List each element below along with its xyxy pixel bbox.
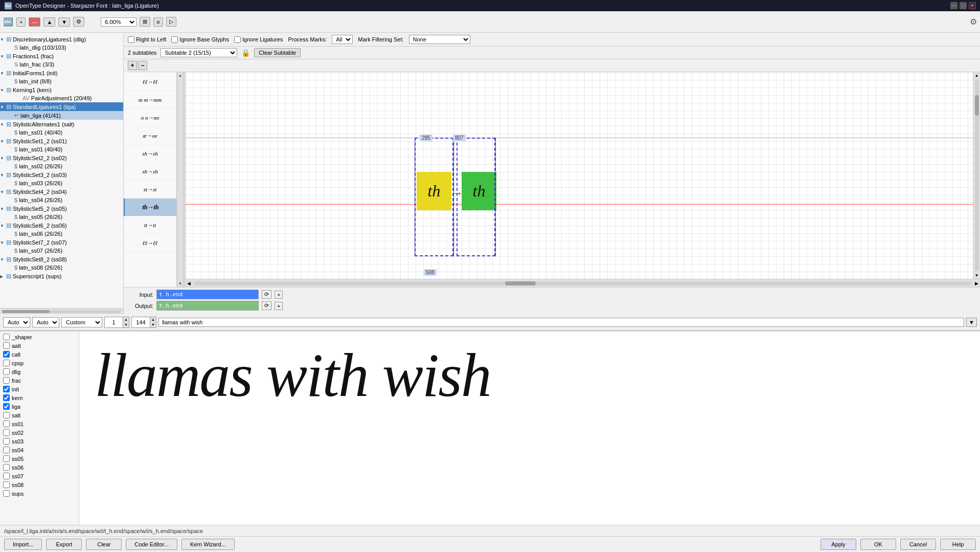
code-editor-button[interactable]: Code Editor... — [126, 539, 177, 550]
mark-filtering-select[interactable]: None — [409, 35, 470, 44]
glyph-item-7[interactable]: th→th — [124, 198, 176, 216]
feature-kern[interactable]: kern — [0, 393, 79, 402]
tree-item-salt[interactable]: ▤ StylisticAlternates1 (salt) — [0, 120, 123, 128]
tree-item-latn-ss08[interactable]: $ latn_ss08 (26/26) — [0, 263, 123, 272]
tree-item-latn-ss03[interactable]: $ latn_ss03 (26/26) — [0, 179, 123, 187]
glyph-item-9[interactable]: ℓℓ→ℓℓ — [124, 234, 176, 252]
minimize-button[interactable]: — — [950, 2, 958, 9]
grid-toggle[interactable]: ≡ — [153, 17, 163, 27]
ignore-base-glyphs-checkbox[interactable]: Ignore Base Glyphs — [171, 36, 229, 43]
tree-item-ss07[interactable]: ▤ StylisticSet7_2 (ss07) — [0, 238, 123, 247]
preview-dropdown[interactable]: ▼ — [966, 318, 977, 327]
import-button[interactable]: Import... — [4, 539, 42, 550]
ignore-ligatures-input[interactable] — [234, 36, 241, 43]
feature-aalt-checkbox[interactable] — [3, 342, 10, 349]
tree-item-latn-ss01-salt[interactable]: $ latn_ss01 (40/40) — [0, 128, 123, 137]
apply-button[interactable]: Apply — [821, 539, 856, 550]
hscroll-left-arrow[interactable]: ◀ — [186, 281, 192, 286]
glyph-list-scrollbar[interactable]: ▲ ▼ — [177, 72, 183, 287]
glyph-item-6[interactable]: st→st — [124, 181, 176, 198]
custom-select[interactable]: Custom — [61, 317, 102, 327]
tree-item-ss06[interactable]: ▤ StylisticSet6_2 (ss06) — [0, 221, 123, 230]
subtable-select[interactable]: Subtable 2 (15/15) — [161, 48, 237, 57]
maximize-button[interactable]: □ — [960, 2, 967, 9]
feature-ss03-checkbox[interactable] — [3, 438, 10, 445]
tree-item-latn-ss04[interactable]: $ latn_ss04 (26/26) — [0, 196, 123, 204]
feature-ss08[interactable]: ss08 — [0, 480, 79, 489]
feature-calt-checkbox[interactable] — [3, 351, 10, 358]
tree-item-pair-adj[interactable]: AV PairAdjustment1 (20/49) — [0, 94, 123, 102]
process-marks-select[interactable]: All — [332, 35, 353, 44]
output-field[interactable] — [156, 301, 259, 311]
glyph-item-2[interactable]: n n→nn — [124, 109, 176, 127]
feature-liga[interactable]: liga — [0, 402, 79, 411]
glyph-item-5[interactable]: sh→sh — [124, 163, 176, 181]
ok-button[interactable]: OK — [860, 539, 896, 550]
remove-subtable-button[interactable]: − — [138, 61, 147, 70]
clear-subtable-button[interactable]: Clear Subtable — [254, 48, 301, 57]
input-add-button[interactable]: + — [275, 291, 283, 299]
spin-up-2[interactable]: ▲ — [150, 317, 156, 322]
tree-item-init[interactable]: ▤ InitialForms1 (init) — [0, 69, 123, 77]
zoom-tool[interactable]: ⊞ — [140, 17, 150, 27]
hscroll-thumb[interactable] — [505, 281, 536, 285]
input-field[interactable] — [156, 290, 259, 299]
vscroll-up-arrow[interactable]: ▲ — [975, 72, 979, 79]
feature-frac[interactable]: frac — [0, 376, 79, 385]
add-subtable-button[interactable]: + — [128, 61, 137, 70]
preview-text-input[interactable] — [158, 318, 964, 327]
feature-ss06[interactable]: ss06 — [0, 463, 79, 472]
feature-ss07-checkbox[interactable] — [3, 473, 10, 479]
tree-item-latn-liga[interactable]: ↵ latn_liga (41/41) — [0, 111, 123, 120]
feature-init-checkbox[interactable] — [3, 386, 10, 392]
spin-down-1[interactable]: ▼ — [123, 322, 129, 327]
feature-sups[interactable]: sups — [0, 489, 79, 498]
export-button[interactable]: Export — [46, 539, 82, 550]
remove-button[interactable]: — — [29, 17, 40, 27]
feature-dlig[interactable]: dlig — [0, 367, 79, 376]
tree-item-ss01[interactable]: ▤ StylisticSet1_2 (ss01) — [0, 137, 123, 145]
right-to-left-input[interactable] — [128, 36, 134, 43]
tree-item-frac[interactable]: ▤ Fractions1 (frac) — [0, 52, 123, 60]
clear-button[interactable]: Clear — [86, 539, 122, 550]
tree-item-latn-ss07[interactable]: $ latn_ss07 (26/26) — [0, 247, 123, 255]
glyph-item-0[interactable]: ℓℓ→ℓℓ — [124, 73, 176, 91]
output-refresh-button[interactable]: ⟳ — [262, 301, 271, 310]
tree-item-liga[interactable]: ▤ StandardLigatures1 (liga) — [0, 102, 123, 111]
ignore-ligatures-checkbox[interactable]: Ignore Ligatures — [234, 36, 283, 43]
settings-button[interactable]: ⚙ — [73, 17, 84, 27]
feature-ss05-checkbox[interactable] — [3, 455, 10, 462]
feature-ss01-checkbox[interactable] — [3, 421, 10, 427]
cancel-button[interactable]: Cancel — [900, 539, 936, 550]
add-button[interactable]: + — [16, 17, 26, 27]
feature-shaper-checkbox[interactable] — [3, 334, 10, 340]
tree-item-latn-ss02[interactable]: $ latn_ss02 (26/26) — [0, 162, 123, 170]
feature-shaper[interactable]: _shaper — [0, 333, 79, 341]
feature-cpsp[interactable]: cpsp — [0, 359, 79, 367]
feature-ss04[interactable]: ss04 — [0, 446, 79, 454]
tree-item-sups[interactable]: ▤ Superscript1 (sups) — [0, 272, 123, 280]
spin-input-1[interactable] — [105, 317, 123, 327]
auto-select-2[interactable]: Auto — [32, 317, 59, 327]
tree-item-ss08[interactable]: ▤ StylisticSet8_2 (ss08) — [0, 255, 123, 263]
tree-item-ss04[interactable]: ▤ StylisticSet4_2 (ss04) — [0, 187, 123, 196]
spin-down-2[interactable]: ▼ — [150, 322, 156, 327]
feature-ss02[interactable]: ss02 — [0, 428, 79, 437]
help-button[interactable]: Help — [940, 539, 976, 550]
feature-ss04-checkbox[interactable] — [3, 447, 10, 453]
feature-ss05[interactable]: ss05 — [0, 454, 79, 463]
right-to-left-checkbox[interactable]: Right to Left — [128, 36, 166, 43]
tree-item-latn-frac[interactable]: S latn_frac (3/3) — [0, 60, 123, 69]
auto-select-1[interactable]: Auto — [3, 317, 30, 327]
feature-ss02-checkbox[interactable] — [3, 429, 10, 436]
feature-dlig-checkbox[interactable] — [3, 368, 10, 375]
feature-ss08-checkbox[interactable] — [3, 481, 10, 488]
feature-sups-checkbox[interactable] — [3, 490, 10, 497]
lock-icon[interactable]: 🔒 — [241, 49, 250, 57]
tree-item-latn-init[interactable]: $ latn_init (8/8) — [0, 77, 123, 85]
spin-input-2[interactable] — [132, 317, 150, 327]
tree-item-ss03[interactable]: ▤ StylisticSet3_2 (ss03) — [0, 170, 123, 179]
canvas-vscrollbar[interactable]: ▲ ▼ — [973, 72, 980, 279]
preview-toggle[interactable]: ▷ — [166, 17, 176, 27]
feature-ss03[interactable]: ss03 — [0, 437, 79, 446]
